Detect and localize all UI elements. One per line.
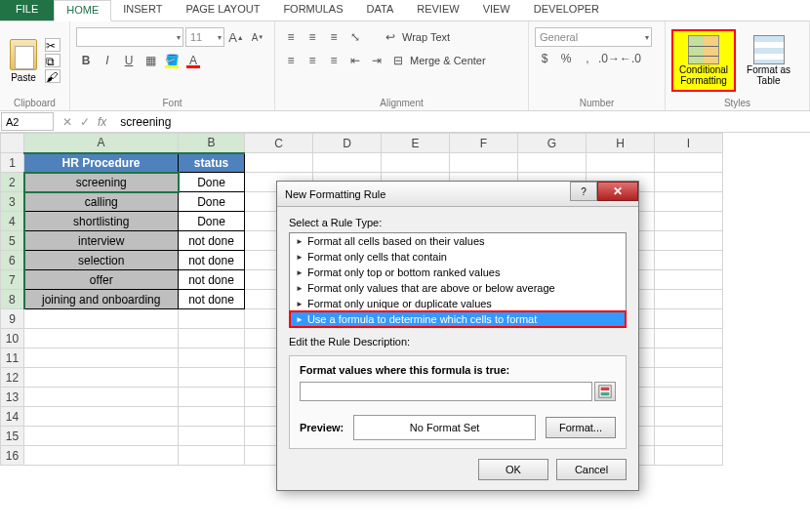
cell-A6[interactable]: selection	[24, 251, 179, 270]
cancel-formula-icon[interactable]: ✕	[62, 115, 72, 129]
row-header-8[interactable]: 8	[1, 290, 24, 309]
cell-A11[interactable]	[24, 348, 179, 368]
cell-B13[interactable]	[179, 388, 245, 407]
decrease-decimal-icon[interactable]: ←.0	[621, 49, 640, 68]
cell-B16[interactable]	[179, 446, 245, 466]
cell-I14[interactable]	[655, 407, 723, 427]
copy-icon[interactable]: ⧉	[45, 54, 61, 67]
cell-I11[interactable]	[655, 348, 723, 368]
select-all-corner[interactable]	[1, 134, 24, 153]
rule-type-item-0[interactable]: Format all cells based on their values	[290, 233, 626, 249]
align-middle-icon[interactable]: ≡	[303, 27, 322, 47]
tab-review[interactable]: REVIEW	[405, 0, 470, 20]
cell-F1[interactable]	[450, 153, 518, 173]
font-size-combo[interactable]: 11	[185, 27, 224, 47]
dialog-titlebar[interactable]: New Formatting Rule ? ✕	[277, 182, 638, 207]
cell-B3[interactable]: Done	[179, 192, 245, 212]
row-header-15[interactable]: 15	[1, 427, 24, 446]
cell-B14[interactable]	[179, 407, 245, 427]
row-header-2[interactable]: 2	[1, 173, 24, 192]
decrease-indent-icon[interactable]: ⇤	[345, 51, 365, 70]
tab-formulas[interactable]: FORMULAS	[271, 0, 354, 20]
cell-B1[interactable]: status	[179, 153, 245, 173]
orientation-icon[interactable]: ⤡	[345, 27, 365, 47]
row-header-9[interactable]: 9	[1, 309, 24, 329]
cell-B7[interactable]: not done	[179, 270, 245, 290]
cell-A4[interactable]: shortlisting	[24, 212, 179, 231]
tab-insert[interactable]: INSERT	[111, 0, 174, 20]
cell-I1[interactable]	[655, 153, 723, 173]
name-box[interactable]	[1, 112, 54, 131]
rule-type-item-4[interactable]: Format only unique or duplicate values	[290, 296, 626, 311]
paste-button[interactable]: Paste	[6, 37, 41, 85]
row-header-11[interactable]: 11	[1, 348, 24, 368]
rule-type-item-1[interactable]: Format only cells that contain	[290, 249, 626, 265]
underline-button[interactable]: U	[119, 51, 139, 70]
cell-A7[interactable]: offer	[24, 270, 179, 290]
column-header-F[interactable]: F	[450, 134, 518, 153]
comma-icon[interactable]: ,	[578, 49, 597, 68]
cell-A10[interactable]	[24, 329, 179, 348]
cell-A12[interactable]	[24, 368, 179, 388]
dialog-help-button[interactable]: ?	[570, 182, 597, 201]
cell-B10[interactable]	[179, 329, 245, 348]
align-center-icon[interactable]: ≡	[303, 51, 322, 70]
cell-B9[interactable]	[179, 309, 245, 329]
row-header-7[interactable]: 7	[1, 270, 24, 290]
cell-I13[interactable]	[655, 388, 723, 407]
cell-D1[interactable]	[313, 153, 382, 173]
cell-I15[interactable]	[655, 427, 723, 446]
currency-icon[interactable]: $	[535, 49, 554, 68]
formula-input[interactable]	[114, 111, 810, 132]
rule-type-item-3[interactable]: Format only values that are above or bel…	[290, 280, 626, 296]
cell-I6[interactable]	[655, 251, 723, 270]
number-format-combo[interactable]: General	[535, 27, 652, 47]
row-header-1[interactable]: 1	[1, 153, 24, 173]
cell-I10[interactable]	[655, 329, 723, 348]
column-header-I[interactable]: I	[655, 134, 723, 153]
cell-A16[interactable]	[24, 446, 179, 466]
cell-I8[interactable]	[655, 290, 723, 309]
tab-data[interactable]: DATA	[355, 0, 406, 20]
tab-home[interactable]: HOME	[54, 0, 111, 21]
italic-button[interactable]: I	[98, 51, 117, 70]
wrap-text-icon[interactable]: ↩	[381, 27, 400, 47]
cell-A1[interactable]: HR Procedure	[24, 153, 179, 173]
row-header-16[interactable]: 16	[1, 446, 24, 466]
cancel-button[interactable]: Cancel	[556, 459, 627, 480]
column-header-B[interactable]: B	[179, 134, 245, 153]
row-header-6[interactable]: 6	[1, 251, 24, 270]
cell-B8[interactable]: not done	[179, 290, 245, 309]
increase-indent-icon[interactable]: ⇥	[367, 51, 386, 70]
column-header-C[interactable]: C	[245, 134, 313, 153]
enter-formula-icon[interactable]: ✓	[80, 115, 90, 129]
cell-I7[interactable]	[655, 270, 723, 290]
cell-I9[interactable]	[655, 309, 723, 329]
cut-icon[interactable]: ✂	[45, 38, 61, 52]
rule-type-item-5[interactable]: Use a formula to determine which cells t…	[290, 311, 626, 327]
cell-E1[interactable]	[382, 153, 450, 173]
row-header-5[interactable]: 5	[1, 231, 24, 251]
tab-file[interactable]: FILE	[0, 0, 54, 20]
cell-B6[interactable]: not done	[179, 251, 245, 270]
align-right-icon[interactable]: ≡	[324, 51, 344, 70]
font-color-button[interactable]: A	[183, 51, 203, 70]
format-as-table-button[interactable]: Format as Table	[740, 30, 797, 91]
cell-B2[interactable]: Done	[179, 173, 245, 192]
row-header-10[interactable]: 10	[1, 329, 24, 348]
align-top-icon[interactable]: ≡	[281, 27, 301, 47]
fill-color-button[interactable]: 🪣	[162, 51, 182, 70]
decrease-font-icon[interactable]: A▼	[248, 27, 267, 47]
row-header-3[interactable]: 3	[1, 192, 24, 212]
row-header-14[interactable]: 14	[1, 407, 24, 427]
percent-icon[interactable]: %	[556, 49, 576, 68]
cell-B11[interactable]	[179, 348, 245, 368]
row-header-12[interactable]: 12	[1, 368, 24, 388]
font-family-combo[interactable]	[76, 27, 183, 47]
cell-B5[interactable]: not done	[179, 231, 245, 251]
formula-input-field[interactable]	[300, 382, 592, 401]
cell-I3[interactable]	[655, 192, 723, 212]
tab-view[interactable]: VIEW	[471, 0, 522, 20]
align-left-icon[interactable]: ≡	[281, 51, 301, 70]
tab-page-layout[interactable]: PAGE LAYOUT	[174, 0, 271, 20]
